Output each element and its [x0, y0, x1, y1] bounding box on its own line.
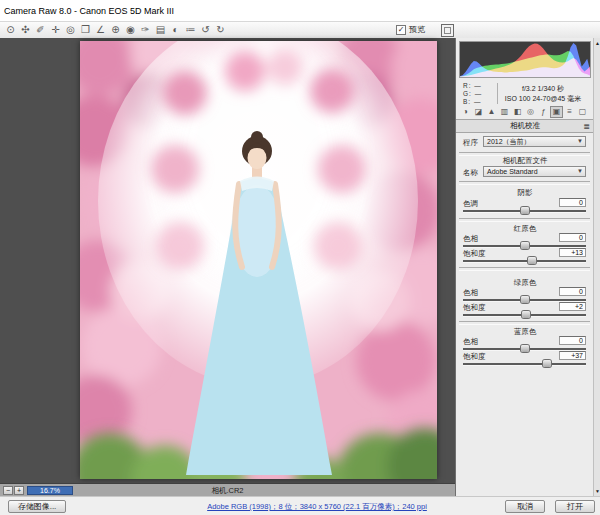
- blue-saturation-slider[interactable]: [463, 363, 586, 366]
- white-balance-tool-icon[interactable]: ✐: [33, 22, 48, 37]
- tab-split-toning[interactable]: ◧: [511, 106, 524, 118]
- fullscreen-toggle-icon[interactable]: [441, 24, 454, 37]
- scroll-down-icon[interactable]: ▼: [594, 488, 600, 494]
- panel-title-bar: 相机校准 ≣: [456, 119, 594, 133]
- divider: [459, 218, 590, 222]
- green-hue-label: 色相: [463, 288, 478, 298]
- tab-tone-curve[interactable]: ◪: [472, 106, 485, 118]
- red-eye-tool-icon[interactable]: ◉: [123, 22, 138, 37]
- slider-thumb[interactable]: [522, 311, 530, 318]
- adjustment-brush-tool-icon[interactable]: ✑: [138, 22, 153, 37]
- color-sampler-tool-icon[interactable]: ✛: [48, 22, 63, 37]
- cancel-button[interactable]: 取消: [505, 500, 545, 513]
- photo-illustration: [80, 41, 437, 479]
- preferences-icon[interactable]: ≔: [183, 22, 198, 37]
- divider: [459, 321, 590, 325]
- titlebar: Camera Raw 8.0 - Canon EOS 5D Mark III: [0, 0, 600, 16]
- zoom-in-button[interactable]: +: [14, 486, 24, 495]
- adjustments-panel: R: — G: — B: — f/3.2 1/340 秒 ISO 100 24-…: [455, 38, 600, 496]
- straighten-tool-icon[interactable]: ∠: [93, 22, 108, 37]
- preview-label: 预览: [409, 24, 425, 35]
- slider-thumb[interactable]: [543, 360, 551, 367]
- rotate-right-icon[interactable]: ↻: [213, 22, 228, 37]
- slider-thumb[interactable]: [521, 296, 529, 303]
- exif-exposure: f/3.2 1/340 秒: [500, 84, 586, 94]
- tab-lens-corrections[interactable]: ◎: [524, 106, 537, 118]
- panel-tabs: ◑ ◪ ▲ ▥ ◧ ◎ ƒ ▣ ≡ ▢: [459, 106, 589, 118]
- profile-name-select[interactable]: Adobe Standard▼: [483, 166, 586, 177]
- tab-presets[interactable]: ≡: [563, 106, 576, 118]
- blue-saturation-value[interactable]: [559, 351, 586, 360]
- footer-bar: 存储图像... Adobe RGB (1998)；8 位；3840 x 5760…: [0, 496, 600, 515]
- image-canvas: [0, 38, 455, 483]
- profile-name-label: 名称: [463, 168, 478, 178]
- preview-checkbox[interactable]: ✓: [396, 25, 406, 35]
- targeted-adjustment-tool-icon[interactable]: ◎: [63, 22, 78, 37]
- process-select[interactable]: 2012（当前）▼: [483, 136, 586, 147]
- green-saturation-slider[interactable]: [463, 314, 586, 317]
- slider-thumb[interactable]: [528, 257, 536, 264]
- histogram-plot: [460, 42, 590, 77]
- zoom-level-select[interactable]: 16.7%: [27, 486, 73, 495]
- panel-title: 相机校准: [456, 120, 594, 132]
- tab-basic[interactable]: ◑: [459, 106, 472, 118]
- crop-tool-icon[interactable]: ❐: [78, 22, 93, 37]
- panel-scrollbar[interactable]: ▲ ▼: [593, 38, 600, 496]
- rgb-readout-b: B: —: [463, 98, 481, 105]
- panel-menu-icon[interactable]: ≣: [583, 122, 590, 131]
- shadow-tint-label: 色调: [463, 199, 478, 209]
- slider-thumb[interactable]: [521, 242, 529, 249]
- zoom-tool-icon[interactable]: ⊙: [3, 22, 18, 37]
- exif-iso-lens: ISO 100 24-70@45 毫米: [500, 94, 586, 104]
- chevron-down-icon: ▼: [577, 137, 583, 146]
- red-saturation-slider[interactable]: [463, 260, 586, 263]
- spot-removal-tool-icon[interactable]: ⊕: [108, 22, 123, 37]
- red-saturation-label: 饱和度: [463, 249, 486, 259]
- red-saturation-value[interactable]: [559, 248, 586, 257]
- tab-hsl-grayscale[interactable]: ▥: [498, 106, 511, 118]
- blue-hue-value[interactable]: [559, 336, 586, 345]
- process-label: 程序: [463, 138, 478, 148]
- tab-detail[interactable]: ▲: [485, 106, 498, 118]
- tab-snapshots[interactable]: ▢: [576, 106, 589, 118]
- hand-tool-icon[interactable]: ✣: [18, 22, 33, 37]
- histogram: [459, 41, 591, 78]
- shadow-tint-value[interactable]: [559, 198, 586, 207]
- tool-strip: ⊙ ✣ ✐ ✛ ◎ ❐ ∠ ⊕ ◉ ✑ ▤ ◐ ≔ ↺ ↻: [3, 22, 228, 37]
- zoom-out-button[interactable]: −: [3, 486, 13, 495]
- rgb-readout-g: G: —: [463, 90, 482, 97]
- shadows-header: 阴影: [456, 188, 594, 198]
- camera-profile-header: 相机配置文件: [456, 156, 594, 166]
- rotate-left-icon[interactable]: ↺: [198, 22, 213, 37]
- window-title: Camera Raw 8.0 - Canon EOS 5D Mark III: [0, 6, 174, 16]
- info-divider: [497, 83, 498, 104]
- red-hue-label: 色相: [463, 234, 478, 244]
- divider: [459, 181, 590, 185]
- workflow-options-link[interactable]: Adobe RGB (1998)；8 位；3840 x 5760 (22.1 百…: [207, 502, 427, 512]
- graduated-filter-tool-icon[interactable]: ▤: [153, 22, 168, 37]
- slider-thumb[interactable]: [521, 207, 529, 214]
- blue-saturation-label: 饱和度: [463, 352, 486, 362]
- shadow-tint-slider[interactable]: [463, 210, 586, 213]
- red-hue-value[interactable]: [559, 233, 586, 242]
- tab-camera-calibration[interactable]: ▣: [550, 106, 563, 118]
- open-button[interactable]: 打开: [555, 500, 595, 513]
- divider: [459, 267, 590, 271]
- canvas-statusbar: − + 16.7% 相机.CR2: [0, 483, 455, 497]
- save-image-button[interactable]: 存储图像...: [8, 500, 66, 513]
- scroll-up-icon[interactable]: ▲: [594, 40, 600, 46]
- blue-hue-label: 色相: [463, 337, 478, 347]
- slider-thumb[interactable]: [521, 345, 529, 352]
- photo-preview[interactable]: [80, 41, 437, 479]
- green-saturation-value[interactable]: [559, 302, 586, 311]
- camera-raw-window: Camera Raw 8.0 - Canon EOS 5D Mark III ⊙…: [0, 0, 600, 515]
- radial-filter-tool-icon[interactable]: ◐: [168, 22, 183, 37]
- rgb-readout-r: R: —: [463, 82, 482, 89]
- tab-effects[interactable]: ƒ: [537, 106, 550, 118]
- chevron-down-icon: ▼: [577, 167, 583, 176]
- green-hue-value[interactable]: [559, 287, 586, 296]
- toolbar: ⊙ ✣ ✐ ✛ ◎ ❐ ∠ ⊕ ◉ ✑ ▤ ◐ ≔ ↺ ↻ ✓ 预览: [0, 21, 600, 39]
- green-saturation-label: 饱和度: [463, 303, 486, 313]
